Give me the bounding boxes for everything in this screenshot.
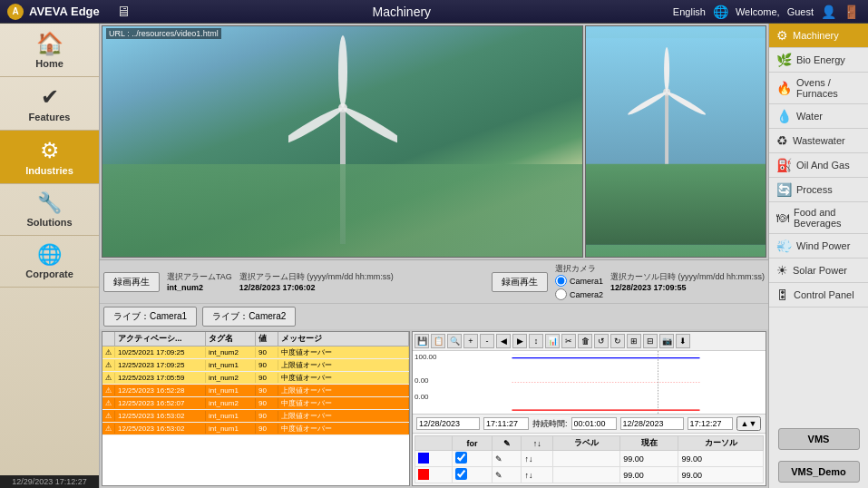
- chart-tool-chart[interactable]: 📊: [545, 334, 560, 348]
- alarm-cell-msg: 中度値オーバー: [278, 423, 409, 434]
- chart-tool-right[interactable]: ▶: [512, 334, 527, 348]
- alarm-cell-icon: ⚠: [102, 360, 115, 370]
- chart-tool-cut[interactable]: ✂: [561, 334, 576, 348]
- alarm-cell-msg: 中度値オーバー: [278, 372, 409, 384]
- translate-icon[interactable]: 🌐: [713, 5, 728, 19]
- right-sidebar-wind[interactable]: 💨 Wind Power: [769, 234, 868, 259]
- alarm-cell-val: 90: [256, 424, 278, 434]
- chart-tool-collapse[interactable]: ⊟: [643, 334, 658, 348]
- right-sidebar-food[interactable]: 🍽 Food and Beverages: [769, 202, 868, 234]
- alarm-col-tag: タグ名: [206, 332, 256, 346]
- chart-tool-pan[interactable]: ↕: [529, 334, 543, 348]
- alarm-cell-val: 90: [256, 411, 278, 421]
- sidebar-item-corporate[interactable]: 🌐 Corporate: [0, 236, 99, 288]
- alarm-cell-time: 12/25/2023 17:05:59: [115, 373, 206, 383]
- welcome-text: Welcome,: [736, 6, 780, 17]
- right-sidebar-machinery[interactable]: ⚙ Machinery: [769, 24, 868, 48]
- bottom-section: アクティベーシ... タグ名 値 メッセージ ⚠ 10/25/2021 17:0…: [100, 329, 768, 488]
- y-mid-label: 0.00: [414, 376, 429, 385]
- control-label: Control Panel: [794, 289, 854, 300]
- oilgas-label: Oil And Gas: [796, 160, 850, 171]
- right-sidebar-ovens[interactable]: 🔥 Ovens / Furnaces: [769, 73, 868, 104]
- chart-tool-camera[interactable]: 📷: [659, 334, 674, 348]
- right-sidebar-control[interactable]: 🎛 Control Panel: [769, 283, 868, 307]
- chart-tool-save[interactable]: 💾: [414, 334, 429, 348]
- logout-icon[interactable]: 🚪: [844, 5, 859, 19]
- right-sidebar-water[interactable]: 💧 Water: [769, 104, 868, 129]
- chart-toolbar: 💾 📋 🔍 + - ◀ ▶ ↕ 📊 ✂ 🗑 ↺ ↻ ⊞ ⊟ 📷 ⬇: [413, 332, 766, 351]
- chart-tool-zoomin[interactable]: +: [463, 334, 478, 348]
- chart-tool-delete[interactable]: 🗑: [578, 334, 592, 348]
- end-date-input[interactable]: [620, 417, 684, 430]
- chart-tool-grid[interactable]: ⊞: [627, 334, 641, 348]
- legend-cell-edit[interactable]: ✎: [492, 451, 522, 467]
- user-icon[interactable]: 👤: [821, 5, 836, 19]
- alarm-header: アクティベーシ... タグ名 値 メッセージ: [102, 332, 409, 346]
- camera-select-label: 選択カメラ: [555, 263, 603, 275]
- alarm-time-value: 12/28/2023 17:06:02: [239, 283, 394, 292]
- alarm-cell-time: 12/25/2023 16:53:02: [115, 411, 206, 421]
- right-sidebar-bio[interactable]: 🌿 Bio Energy: [769, 48, 868, 73]
- solar-label: Solar Power: [793, 265, 847, 276]
- legend-cell-sort[interactable]: ↑↓: [522, 451, 553, 467]
- right-sidebar-process[interactable]: 🔄 Process: [769, 178, 868, 202]
- chart-tool-zoom[interactable]: 🔍: [447, 334, 462, 348]
- vms-demo-btn[interactable]: VMS_Demo: [778, 461, 860, 483]
- chart-tool-left[interactable]: ◀: [496, 334, 511, 348]
- sidebar-label-solutions: Solutions: [26, 217, 72, 228]
- legend-cell-current: 99.00: [620, 467, 678, 483]
- legend-tbody: ✎ ↑↓ 99.00 99.00 ✎ ↑↓ 99.00 99.00: [415, 451, 764, 483]
- chart-tool-copy[interactable]: 📋: [431, 334, 445, 348]
- camera-playback-btn[interactable]: 録画再生: [492, 272, 548, 292]
- live-buttons-row: ライブ：Camera1 ライブ：Camera2: [100, 303, 768, 329]
- monitor-icon[interactable]: 🖥: [116, 4, 131, 20]
- industries-icon: ⚙: [40, 138, 60, 163]
- legend-cell-checkbox[interactable]: [453, 451, 493, 467]
- chart-tool-zoomout[interactable]: -: [480, 334, 494, 348]
- sidebar-label-industries: Industries: [25, 165, 73, 176]
- chart-tool-download[interactable]: ⬇: [676, 334, 690, 348]
- chart-panel: 💾 📋 🔍 + - ◀ ▶ ↕ 📊 ✂ 🗑 ↺ ↻ ⊞ ⊟ 📷 ⬇: [412, 331, 766, 486]
- end-time-input[interactable]: [688, 417, 733, 430]
- legend-cell-checkbox[interactable]: [453, 467, 493, 483]
- legend-cell-sort[interactable]: ↑↓: [522, 467, 553, 483]
- camera1-radio[interactable]: Camera1: [555, 275, 603, 287]
- video-panel: URL : ../resources/video1.html: [102, 25, 583, 258]
- right-sidebar: ⚙ Machinery 🌿 Bio Energy 🔥 Ovens / Furna…: [768, 24, 868, 488]
- duration-input[interactable]: [571, 417, 617, 430]
- start-date-input[interactable]: [416, 417, 480, 430]
- right-sidebar-oilgas[interactable]: ⛽ Oil And Gas: [769, 153, 868, 178]
- ovens-icon: 🔥: [776, 81, 792, 95]
- video-playback-btn[interactable]: 録画再生: [103, 272, 160, 292]
- right-sidebar-solar[interactable]: ☀ Solar Power: [769, 259, 868, 283]
- live-camera1-btn[interactable]: ライブ：Camera1: [103, 307, 197, 327]
- sidebar-item-home[interactable]: 🏠 Home: [0, 24, 99, 77]
- alarm-cell-tag: int_num1: [206, 424, 256, 434]
- alarm-cell-icon: ⚠: [102, 386, 115, 395]
- sidebar-item-solutions[interactable]: 🔧 Solutions: [0, 184, 99, 236]
- legend-cell-edit[interactable]: ✎: [492, 467, 522, 483]
- alarm-time-group: 選択アラーム日時 (yyyy/mm/dd hh:mm:ss) 12/28/202…: [239, 271, 394, 292]
- cursor-time-group: 選択カーソル日時 (yyyy/mm/dd hh:mm:ss) 12/28/202…: [610, 271, 765, 292]
- sidebar-item-industries[interactable]: ⚙ Industries: [0, 131, 99, 184]
- chart-legend: for ✎ ↑↓ ラベル 現在 カーソル ✎ ↑↓ 99.00 99: [413, 433, 766, 485]
- alarm-row: ⚠ 12/25/2023 17:05:59 int_num2 90 中度値オーバ…: [102, 372, 409, 385]
- chart-tool-undo[interactable]: ↺: [594, 334, 609, 348]
- live-camera2-btn[interactable]: ライブ：Camera2: [202, 307, 296, 327]
- end-time-stepper[interactable]: ▲▼: [736, 416, 762, 431]
- control-icon: 🎛: [776, 288, 789, 302]
- chart-svg: 17:11:27 17:11:47 17:12:07 17:12:27: [440, 351, 766, 414]
- sidebar-item-features[interactable]: ✔ Features: [0, 77, 99, 131]
- right-sidebar-wastewater[interactable]: ♻ Wastewater: [769, 129, 868, 153]
- legend-cell-label: [553, 451, 620, 467]
- chart-tool-redo[interactable]: ↻: [610, 334, 625, 348]
- legend-col-current: 現在: [620, 436, 678, 451]
- start-time-input[interactable]: [483, 417, 529, 430]
- alarm-cell-val: 90: [256, 360, 278, 370]
- logo: A AVEVA Edge: [0, 4, 107, 20]
- alarm-rows: ⚠ 10/25/2021 17:09:25 int_num2 90 中度値オーバ…: [102, 346, 409, 435]
- vms-btn[interactable]: VMS: [778, 428, 860, 450]
- logo-icon: A: [7, 4, 24, 20]
- alarm-cell-tag: int_num1: [206, 360, 256, 370]
- camera2-radio[interactable]: Camera2: [555, 288, 603, 300]
